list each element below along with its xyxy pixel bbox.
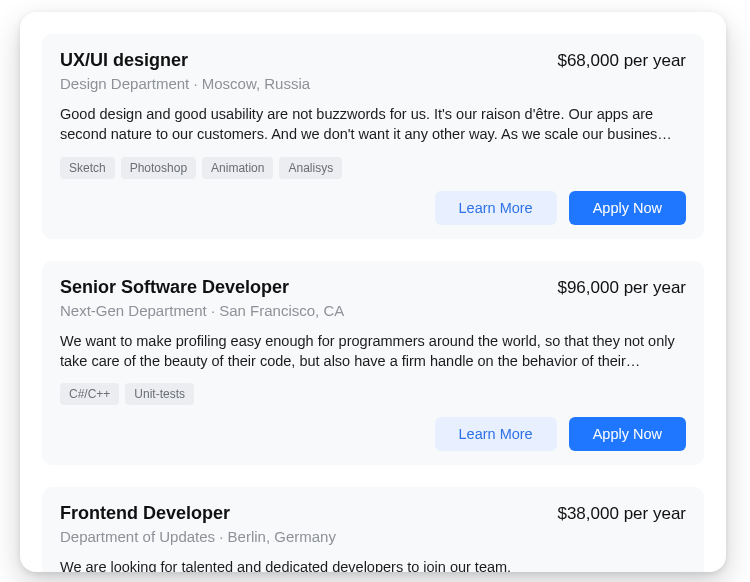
job-salary: $96,000 per year [557,278,686,298]
job-header: UX/UI designer $68,000 per year [60,50,686,71]
job-card: UX/UI designer $68,000 per year Design D… [42,34,704,239]
job-tags: Sketch Photoshop Animation Analisys [60,157,686,179]
job-description: Good design and good usability are not b… [60,104,686,145]
job-actions: Learn More Apply Now [60,191,686,225]
job-title: Senior Software Developer [60,277,289,298]
job-card: Frontend Developer $38,000 per year Depa… [42,487,704,572]
job-header: Senior Software Developer $96,000 per ye… [60,277,686,298]
job-title: UX/UI designer [60,50,188,71]
job-list-panel: UX/UI designer $68,000 per year Design D… [20,12,726,572]
apply-now-button[interactable]: Apply Now [569,191,686,225]
job-title: Frontend Developer [60,503,230,524]
job-subtitle: Next-Gen Department · San Francisco, CA [60,302,686,319]
learn-more-button[interactable]: Learn More [435,417,557,451]
learn-more-button[interactable]: Learn More [435,191,557,225]
job-subtitle: Design Department · Moscow, Russia [60,75,686,92]
skill-tag: Sketch [60,157,115,179]
job-header: Frontend Developer $38,000 per year [60,503,686,524]
job-salary: $68,000 per year [557,51,686,71]
job-tags: C#/C++ Unit-tests [60,383,686,405]
job-actions: Learn More Apply Now [60,417,686,451]
skill-tag: Photoshop [121,157,196,179]
skill-tag: Unit-tests [125,383,194,405]
skill-tag: Animation [202,157,273,179]
apply-now-button[interactable]: Apply Now [569,417,686,451]
skill-tag: Analisys [279,157,342,179]
skill-tag: C#/C++ [60,383,119,405]
job-salary: $38,000 per year [557,504,686,524]
job-card: Senior Software Developer $96,000 per ye… [42,261,704,466]
job-description: We want to make profiling easy enough fo… [60,331,686,372]
job-description: We are looking for talented and dedicate… [60,557,686,572]
job-subtitle: Department of Updates · Berlin, Germany [60,528,686,545]
